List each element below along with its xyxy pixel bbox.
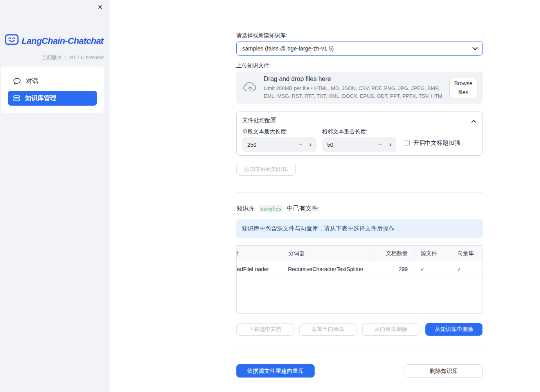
file-action-buttons: 下载选中文档 添加至向量库 从向量库删除 从知识库中删除 [236,323,483,336]
logo-wordmark: LangChain-Chatchat [22,36,103,46]
kb-select-label: 请选择或新建知识库: [236,32,483,39]
chevron-up-icon[interactable] [471,117,476,124]
chunk-size-input[interactable]: 250 − + [242,137,317,152]
file-dropzone[interactable]: Drag and drop files here Limit 200MB per… [236,72,483,104]
info-alert: 知识库中包含源文件与向量库，请从下表中选择文件后操作 [236,219,483,238]
download-selected-button[interactable]: 下载选中文档 [236,323,293,336]
kb-select-dropdown[interactable]: samples (faiss @ bge-large-zh-v1.5) [236,41,483,56]
kb-select-value: samples (faiss @ bge-large-zh-v1.5) [242,45,334,52]
chunk-overlap-value: 50 [327,142,333,148]
sidebar-item-knowledge-base[interactable]: 知识库管理 [8,91,97,106]
sidebar-item-chat[interactable]: 对话 [8,74,97,88]
main-content: 请选择或新建知识库: samples (faiss @ bge-large-zh… [236,0,483,392]
stacked-list-icon [13,95,20,101]
files-table: 文档加载器 分词器 文档数量 源文件 向量库 UnstructuredFileL… [236,245,483,314]
zh-title-checkbox-label: 开启中文标题加强 [413,139,460,147]
dropzone-text: Drag and drop files here Limit 200MB per… [264,76,448,100]
plus-stepper-icon[interactable]: + [306,137,316,152]
chunk-size-label: 单段文本最大长度: [242,128,288,135]
kb-name-code: samples [259,205,283,212]
delete-from-vector-store-button[interactable]: 从向量库删除 [362,323,419,336]
table-header-row: 文档加载器 分词器 文档数量 源文件 向量库 [236,246,483,261]
delete-from-kb-button[interactable]: 从知识库中删除 [425,323,482,336]
info-alert-text: 知识库中包含源文件与向量库，请从下表中选择文件后操作 [242,225,394,232]
cell-doc-count: 299 [371,261,414,277]
expander-title[interactable]: 文件处理配置 [242,117,276,124]
version-info: 当前版本： v0.2.6-preview [41,54,104,61]
chevron-down-icon [472,45,478,52]
divider [236,192,483,192]
files-table-inner: 文档加载器 分词器 文档数量 源文件 向量库 UnstructuredFileL… [236,246,483,277]
file-config-expander: 文件处理配置 单段文本最大长度: 相邻文本重合长度: 250 − + 50 − … [236,111,483,156]
column-header-splitter: 分词器 [282,246,371,261]
table-row[interactable]: UnstructuredFileLoader RecursiveCharacte… [236,261,483,277]
version-label: 当前版本： [41,54,68,60]
kb-files-heading-prefix: 知识库 [236,205,255,213]
nav-menu: 对话 知识库管理 [1,67,104,113]
minus-stepper-icon[interactable]: − [375,137,385,152]
sidebar: ✕ LangChain-Chatchat 当前版本： v0.2.6-previe… [0,0,110,392]
rebuild-vector-store-button[interactable]: 依据源文件重建向量库 [236,364,315,378]
chunk-overlap-input[interactable]: 50 − + [322,137,396,152]
cell-loader: UnstructuredFileLoader [236,261,282,277]
add-to-vector-store-button[interactable]: 添加至向量库 [299,323,356,336]
logo: LangChain-Chatchat [5,34,103,48]
chat-face-logo-icon [5,34,19,48]
cell-source-file-check-icon: ✓ [414,261,451,277]
plus-stepper-icon[interactable]: + [385,137,396,152]
delete-kb-button[interactable]: 删除知识库 [405,364,483,378]
minus-stepper-icon[interactable]: − [295,137,306,152]
speech-bubble-icon [13,78,21,85]
cell-splitter: RecursiveCharacterTextSplitter [282,261,371,277]
dropzone-limit-text: Limit 200MB per file • HTML, MD, JSON, C… [264,85,448,100]
add-files-button[interactable]: 添加文件到知识库 [236,163,296,176]
sidebar-close-icon[interactable]: ✕ [95,2,105,12]
column-header-loader: 文档加载器 [236,246,282,261]
column-header-vector-store: 向量库 [451,246,483,261]
divider [236,351,483,351]
browse-files-button[interactable]: Browse files [449,78,477,98]
kb-files-heading: 知识库 samples 中已有文件: [236,205,483,213]
version-value: v0.2.6-preview [69,54,104,60]
sidebar-item-label: 对话 [26,77,38,85]
kb-files-heading-suffix: 中已有文件: [287,205,320,213]
column-header-source-file: 源文件 [414,246,451,261]
chunk-overlap-label: 相邻文本重合长度: [322,128,367,135]
zh-title-checkbox[interactable] [404,140,410,146]
sidebar-item-label: 知识库管理 [25,94,56,102]
cell-vector-store-check-icon: ✓ [451,261,483,277]
column-header-doc-count: 文档数量 [371,246,414,261]
cloud-upload-icon [243,81,257,94]
dropzone-title: Drag and drop files here [264,76,448,83]
app-window: ✕ LangChain-Chatchat 当前版本： v0.2.6-previe… [0,0,540,392]
chunk-size-value: 250 [247,142,256,148]
upload-label: 上传知识文件: [236,62,483,69]
